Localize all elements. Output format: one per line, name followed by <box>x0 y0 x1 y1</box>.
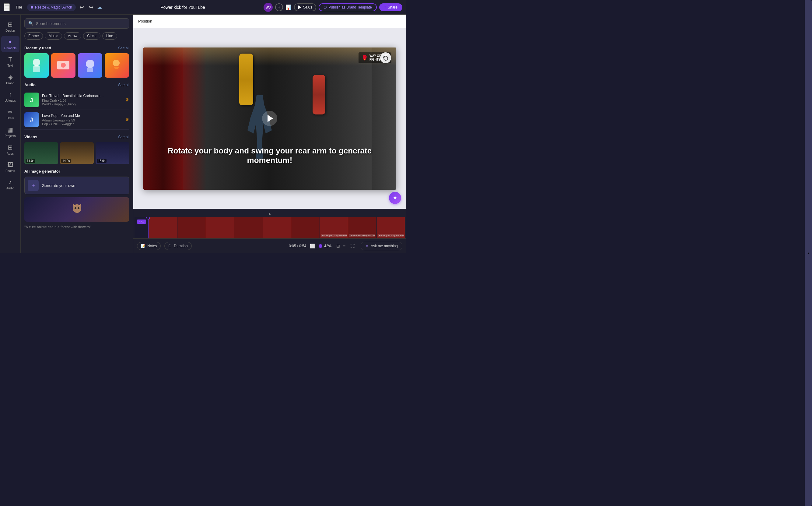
sidebar-item-uploads[interactable]: ↑ Uploads <box>1 89 19 105</box>
menu-icon-button[interactable]: ☰ <box>4 3 10 11</box>
sidebar-label-photos: Photos <box>5 169 15 173</box>
canvas-frame: Rotate your body and swing your rear arm… <box>143 48 396 190</box>
recent-illustration-4 <box>108 56 126 75</box>
recent-item-4[interactable] <box>105 53 129 78</box>
recent-item-2[interactable] <box>51 53 76 78</box>
add-collaborator-button[interactable]: + <box>275 3 283 11</box>
video-thumb-1[interactable]: 11.0s <box>24 142 58 164</box>
file-menu-button[interactable]: File <box>13 4 25 11</box>
ai-preview-cat[interactable] <box>24 197 129 222</box>
audio-header: Audio See all <box>24 83 129 87</box>
canva-ai-button[interactable] <box>389 192 401 204</box>
canvas-overlay-text[interactable]: Rotate your body and swing your rear arm… <box>156 146 384 165</box>
recent-item-1[interactable] <box>24 53 49 78</box>
timeline-frame-strip[interactable]: Rotate your body and swing your... Rotat… <box>149 217 405 238</box>
audio-info-1: Fun Travel - Bucatini alla Carbonara... … <box>42 94 122 106</box>
publish-brand-template-button[interactable]: ⬡ Publish as Brand Template <box>319 3 377 11</box>
search-input[interactable] <box>36 21 125 26</box>
audio-item-2[interactable]: Love Pop - You and Me Adrian Jauregui • … <box>24 110 129 130</box>
fullscreen-button[interactable]: ⛶ <box>350 244 354 248</box>
document-title[interactable]: Power kick for YouTube <box>104 5 261 10</box>
sidebar-item-photos[interactable]: 🖼 Photos <box>1 159 19 175</box>
timeline-frame-8[interactable]: Rotate your body and swing your... <box>348 217 376 238</box>
analytics-icon[interactable]: 📊 <box>286 4 292 10</box>
tag-music[interactable]: Music <box>45 32 62 39</box>
tag-frame[interactable]: Frame <box>24 32 43 39</box>
ask-sparkle-icon: ✦ <box>365 244 369 248</box>
draw-icon: ✏ <box>8 108 13 116</box>
timeline-frame-2[interactable] <box>178 217 205 238</box>
rotate-canvas-button[interactable] <box>380 52 391 63</box>
svg-rect-3 <box>34 65 39 67</box>
timeline-hide-button[interactable]: ▲ <box>264 211 275 217</box>
timeline-frame-4[interactable] <box>234 217 262 238</box>
sidebar-label-brand: Brand <box>6 82 14 85</box>
video-thumb-2[interactable]: 14.0s <box>60 142 94 164</box>
view-toggle: ⊞ ≡ <box>335 242 347 250</box>
tag-circle[interactable]: Circle <box>83 32 100 39</box>
resize-magic-switch-button[interactable]: Resize & Magic Switch <box>27 4 76 11</box>
sidebar-label-audio: Audio <box>6 187 14 190</box>
play-triangle-icon <box>268 115 273 122</box>
recently-used-grid <box>24 53 129 78</box>
audio-meta-2: Adrian Jauregui • 2:59 Pop • Chill • Swa… <box>42 118 122 126</box>
ask-me-anything-button[interactable]: ✦ Ask me anything <box>361 242 402 250</box>
timeline-frame-5[interactable] <box>263 217 291 238</box>
sidebar-label-draw: Draw <box>7 116 14 120</box>
recent-item-3[interactable] <box>78 53 102 78</box>
sidebar-item-audio[interactable]: ♪ Audio <box>1 176 19 192</box>
watermark-logo-icon: 🥊 <box>362 55 368 61</box>
timeline-frame-7[interactable]: Rotate your body and swing your... <box>320 217 348 238</box>
undo-button[interactable]: ↩ <box>78 3 85 12</box>
zoom-slider-thumb[interactable] <box>319 244 322 248</box>
sidebar-item-projects[interactable]: ▦ Projects <box>1 123 19 140</box>
tag-line[interactable]: Line <box>102 32 117 39</box>
aspect-ratio-button[interactable]: ⬜ <box>310 244 315 248</box>
sidebar-item-brand[interactable]: ◈ Brand <box>1 71 19 87</box>
timeline-frame-1[interactable] <box>149 217 177 238</box>
svg-rect-7 <box>87 68 93 72</box>
redo-button[interactable]: ↪ <box>88 3 95 12</box>
canvas-workspace[interactable]: Rotate your body and swing your rear arm… <box>133 28 406 209</box>
duration-button[interactable]: ⏱ Duration <box>164 242 191 250</box>
yellow-punching-bag <box>239 54 253 105</box>
user-avatar[interactable]: WJ <box>264 3 273 12</box>
timeline-frame-9[interactable]: Rotate your body and swing your... <box>377 217 405 238</box>
play-button-overlay[interactable] <box>262 111 277 126</box>
audio-thumb-2 <box>24 112 39 127</box>
timeline-track-container: Rotate your body and swing your... Rotat… <box>133 217 406 238</box>
search-bar[interactable]: 🔍 <box>24 18 129 29</box>
notes-button[interactable]: 📝 Notes <box>137 242 161 250</box>
videos-see-all[interactable]: See all <box>118 135 129 139</box>
zoom-level-label: 42% <box>324 244 331 248</box>
audio-see-all[interactable]: See all <box>118 83 129 87</box>
video-thumb-3[interactable]: 15.0s <box>96 142 129 164</box>
curtain-left <box>143 48 183 190</box>
notes-label: Notes <box>147 244 157 248</box>
preview-play-button[interactable]: 54.0s <box>294 3 316 11</box>
ai-image-generator-section: AI image generator + Generate your own <box>24 169 129 230</box>
recently-used-see-all[interactable]: See all <box>118 46 129 50</box>
tag-arrow[interactable]: Arrow <box>64 32 81 39</box>
curtain-right <box>372 48 396 190</box>
sidebar-item-design[interactable]: ⊞ Design <box>1 18 19 35</box>
sidebar-label-elements: Elements <box>4 47 17 50</box>
share-icon: ↑ <box>384 5 386 9</box>
recent-illustration-1 <box>27 56 46 75</box>
sidebar-item-apps[interactable]: ⊞ Apps <box>1 141 19 158</box>
timeline-frame-6[interactable] <box>291 217 319 238</box>
svg-point-10 <box>75 207 76 209</box>
svg-point-8 <box>113 60 120 66</box>
sidebar-item-elements[interactable]: ✦ Elements <box>1 36 19 52</box>
video-duration-1: 11.0s <box>25 159 35 163</box>
share-button[interactable]: ↑ Share <box>379 3 402 11</box>
timeline-frame-3[interactable] <box>206 217 234 238</box>
sidebar-item-draw[interactable]: ✏ Draw <box>1 106 19 122</box>
audio-item-1[interactable]: Fun Travel - Bucatini alla Carbonara... … <box>24 90 129 110</box>
sidebar-item-text[interactable]: T Text <box>1 54 19 70</box>
ai-generate-button[interactable]: + Generate your own <box>24 177 129 194</box>
recently-used-header: Recently used See all <box>24 46 129 50</box>
video-duration-2: 14.0s <box>61 159 71 163</box>
grid-view-button[interactable]: ⊞ <box>335 242 341 250</box>
list-view-button[interactable]: ≡ <box>342 242 347 250</box>
